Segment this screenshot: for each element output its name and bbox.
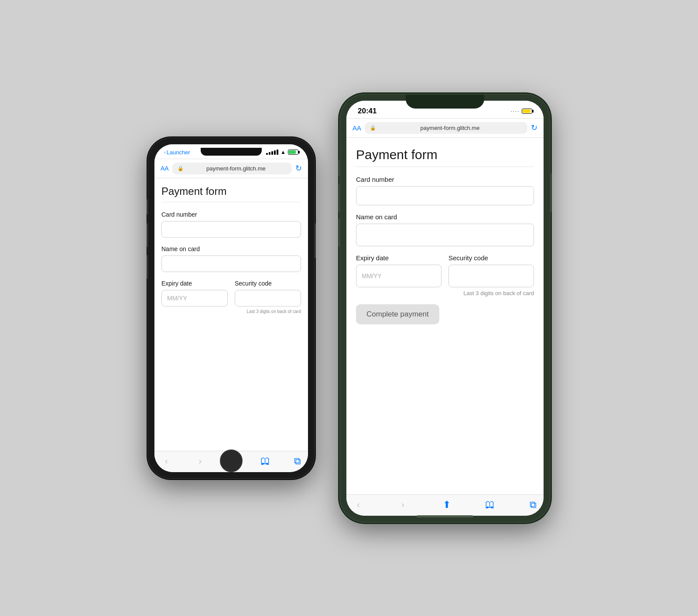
signal-icon [266, 150, 278, 155]
battery-icon-right [522, 109, 532, 114]
name-on-card-label-right: Name on card [356, 213, 534, 221]
card-number-group-left: Card number [161, 211, 301, 238]
bookmarks-button-left[interactable]: 🕮 [260, 456, 270, 467]
url-text-right: payment-form.glitch.me [378, 125, 522, 131]
mute-button-right [339, 160, 340, 177]
expiry-label-left: Expiry date [161, 280, 228, 287]
url-field-right[interactable]: 🔒 payment-form.glitch.me [365, 122, 527, 134]
status-bar-left: ‹ Launcher 23:39 ▲ [154, 144, 308, 159]
security-input-right[interactable] [448, 265, 534, 287]
refresh-button-left[interactable]: ↻ [295, 163, 302, 173]
battery-fill [289, 150, 296, 154]
url-field-left[interactable]: 🔒 payment-form.glitch.me [172, 163, 292, 174]
card-number-input-left[interactable] [161, 221, 301, 238]
page-content-right: Payment form Card number Name on card Ex… [346, 138, 544, 494]
name-on-card-input-left[interactable] [161, 255, 301, 272]
iphone11-screen: 20:41 ···· AA 🔒 payment-form.glitch.me ↻… [346, 101, 544, 516]
security-group-right: Security code [448, 254, 534, 287]
security-label-left: Security code [235, 280, 301, 287]
address-bar-right[interactable]: AA 🔒 payment-form.glitch.me ↻ [346, 118, 544, 138]
expiry-label-right: Expiry date [356, 254, 441, 262]
expiry-input-left[interactable]: MM/YY [161, 290, 228, 306]
name-on-card-input-right[interactable] [356, 224, 534, 246]
status-icons-right: ···· [511, 109, 532, 114]
forward-button-right[interactable]: › [398, 500, 408, 510]
expiry-group-right: Expiry date MM/YY [356, 254, 441, 287]
iphone7-device: ‹ Launcher 23:39 ▲ AA [148, 138, 314, 478]
status-time-left: 23:39 [220, 149, 236, 156]
back-button-right[interactable]: ‹ [353, 500, 363, 510]
url-text-left: payment-form.glitch.me [185, 165, 287, 172]
card-number-label-left: Card number [161, 211, 301, 218]
security-input-left[interactable] [235, 290, 301, 306]
tabs-button-left[interactable]: ⧉ [294, 456, 301, 467]
tabs-button-right[interactable]: ⧉ [530, 499, 537, 510]
launcher-text: Launcher [167, 149, 190, 156]
title-divider-right [356, 167, 534, 167]
security-label-right: Security code [448, 254, 534, 262]
launcher-label: ‹ Launcher [164, 149, 190, 156]
volume-down-button-right [339, 219, 340, 247]
forward-button-left[interactable]: › [195, 456, 205, 466]
share-button-right[interactable]: ⬆ [443, 499, 451, 510]
notch-right [406, 95, 484, 109]
refresh-button-right[interactable]: ↻ [531, 123, 537, 133]
volume-up-button-right [339, 184, 340, 212]
expiry-placeholder-left: MM/YY [167, 295, 187, 302]
name-on-card-group-right: Name on card [356, 213, 534, 246]
power-button [314, 223, 316, 258]
status-icons-left: ▲ [266, 149, 298, 155]
safari-toolbar-right: ‹ › ⬆ 🕮 ⧉ [346, 494, 544, 516]
title-divider-left [161, 202, 301, 202]
expiry-input-right[interactable]: MM/YY [356, 265, 441, 287]
expiry-security-row-right: Expiry date MM/YY Security code [356, 254, 534, 287]
submit-button-right[interactable]: Complete payment [356, 304, 439, 324]
security-hint-left: Last 3 digits on back of card [161, 309, 301, 314]
bookmarks-button-right[interactable]: 🕮 [485, 499, 495, 510]
security-hint-right: Last 3 digits on back of card [356, 290, 534, 296]
aa-button-left[interactable]: AA [161, 165, 169, 172]
iphone11-device: 20:41 ···· AA 🔒 payment-form.glitch.me ↻… [340, 95, 550, 522]
card-number-label-right: Card number [356, 176, 534, 183]
battery-icon-left [288, 150, 298, 155]
security-group-left: Security code [235, 280, 301, 306]
volume-up-button [147, 223, 148, 247]
home-button-left[interactable] [220, 449, 243, 472]
expiry-placeholder-right: MM/YY [362, 272, 382, 279]
status-time-right: 20:41 [358, 107, 376, 116]
mute-button [147, 199, 148, 214]
iphone7-screen: ‹ Launcher 23:39 ▲ AA [154, 144, 308, 472]
wifi-icon: ▲ [281, 149, 286, 155]
lock-icon-left: 🔒 [178, 166, 184, 171]
expiry-group-left: Expiry date MM/YY [161, 280, 228, 306]
card-number-input-right[interactable] [356, 186, 534, 205]
page-title-right: Payment form [356, 147, 534, 162]
battery-fill-right [523, 109, 530, 113]
page-content-left: Payment form Card number Name on card Ex… [154, 178, 308, 451]
aa-button-right[interactable]: AA [352, 124, 361, 132]
home-indicator-right [417, 515, 473, 516]
back-button-left[interactable]: ‹ [161, 456, 171, 466]
expiry-security-row-left: Expiry date MM/YY Security code [161, 280, 301, 306]
name-on-card-group-left: Name on card [161, 245, 301, 272]
card-number-group-right: Card number [356, 176, 534, 205]
volume-down-button [147, 255, 148, 279]
page-title-left: Payment form [161, 185, 301, 197]
power-button-right [550, 173, 551, 212]
name-on-card-label-left: Name on card [161, 245, 301, 252]
address-bar-left[interactable]: AA 🔒 payment-form.glitch.me ↻ [154, 159, 308, 178]
lock-icon-right: 🔒 [370, 125, 376, 131]
